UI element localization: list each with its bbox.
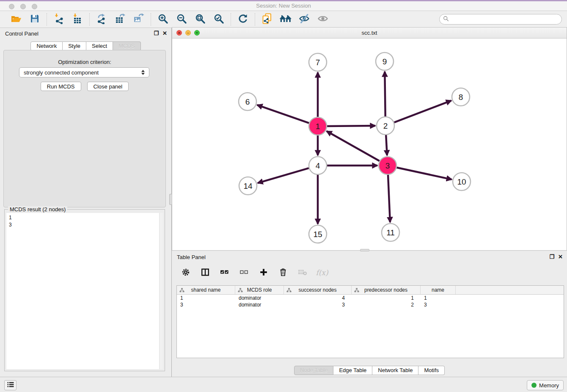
tab-node-table[interactable]: Node Table [294,366,334,375]
result-scrollbar[interactable] [159,213,163,369]
import-table-icon [72,13,83,25]
tab-network[interactable]: Network [30,41,63,51]
app-titlebar: Session: New Session [0,0,567,11]
refresh-layout-icon [237,13,248,25]
edge-2-8[interactable] [394,101,451,123]
network-canvas[interactable]: 7968124314101511 [172,39,567,250]
search-icon [443,16,449,23]
table-cell[interactable]: 1 [352,295,421,301]
edge-2-3[interactable] [386,135,387,155]
column-header-successor-nodes[interactable]: successor nodes [284,286,352,294]
zoom-out-icon [176,13,187,25]
table-cell[interactable]: 4 [284,295,352,301]
node-table: shared nameMCDS rolesuccessor nodesprede… [176,285,564,358]
table-cell[interactable]: 3 [421,301,456,308]
graph-node-1[interactable]: 1 [309,117,327,135]
edge-3-11[interactable] [388,175,390,222]
import-table-button[interactable] [71,13,84,26]
clone-network-button[interactable] [261,13,273,26]
memory-button[interactable]: Memory [527,380,564,390]
table-cell[interactable]: 1 [421,295,456,301]
session-title: Session: New Session [0,3,567,9]
network-window-title: scc.txt [172,30,567,36]
edge-1-6[interactable] [257,105,309,123]
table-cell[interactable]: 3 [284,301,352,308]
svg-text:7: 7 [316,58,320,67]
run-mcds-button[interactable]: Run MCDS [41,82,81,91]
edge-3-10[interactable] [397,168,452,179]
column-header-mcds-role[interactable]: MCDS role [235,286,284,294]
tab-style[interactable]: Style [63,41,86,51]
graph-node-2[interactable]: 2 [377,117,394,135]
graph-node-9[interactable]: 9 [376,52,394,70]
tab-select[interactable]: Select [86,41,113,51]
column-header-predecessor-nodes[interactable]: predecessor nodes [352,286,421,294]
column-header-shared-name[interactable]: shared name [177,286,235,294]
export-network-icon [96,13,107,25]
edge-4-14[interactable] [258,168,309,183]
zoom-out-button[interactable] [175,13,188,26]
graph-node-3[interactable]: 3 [379,157,396,174]
save-session-button[interactable] [28,13,41,26]
zoom-selected-button[interactable] [212,13,225,26]
float-panel-icon[interactable]: ❐ [154,30,159,36]
toolbar-group [47,13,89,26]
mcds-result-text[interactable]: 13 [6,213,159,369]
table-cell[interactable]: 3 [177,301,235,308]
table-cell[interactable]: dominator [235,295,284,301]
export-network-button[interactable] [95,13,108,26]
node-table-body: 1dominator4113dominator323 [177,295,564,308]
panel-menu-button[interactable] [4,380,17,390]
tab-motifs[interactable]: Motifs [418,366,445,375]
close-table-panel-icon[interactable]: ✕ [558,254,563,260]
graph-node-6[interactable]: 6 [239,93,256,110]
edge-2-9[interactable] [385,72,385,116]
export-table-button[interactable] [114,13,127,26]
select-all-button[interactable] [219,267,230,278]
add-row-button[interactable] [258,267,269,278]
search-field[interactable] [439,14,562,25]
table-row[interactable]: 3dominator323 [177,301,564,308]
deselect-all-button[interactable] [239,267,250,278]
hide-selected-button[interactable] [298,13,311,26]
mcds-result-title: MCDS result (2 nodes) [8,206,67,213]
table-cell[interactable]: dominator [235,301,284,308]
column-header-name[interactable]: name [421,286,456,294]
svg-text:9: 9 [383,57,387,66]
float-table-panel-icon[interactable]: ❐ [549,254,554,260]
show-all-button[interactable] [317,13,329,26]
graph-node-10[interactable]: 10 [453,173,471,190]
column-label: MCDS role [247,287,272,293]
delete-row-button[interactable] [278,267,289,278]
hide-selected-icon [299,13,310,25]
edge-1-2[interactable] [327,126,375,126]
import-network-button[interactable] [52,13,65,26]
first-neighbors-button[interactable] [279,13,292,26]
select-all-icon [220,268,230,277]
zoom-fit-button[interactable] [194,13,206,26]
tab-network-table[interactable]: Network Table [372,366,418,375]
tab-mcds[interactable]: MCDS [113,41,140,51]
graph-node-11[interactable]: 11 [382,224,399,241]
columns-button[interactable] [200,267,211,278]
refresh-layout-button[interactable] [237,13,249,26]
export-image-button[interactable] [132,13,145,26]
graph-node-14[interactable]: 14 [239,177,257,195]
edge-3-1[interactable] [327,131,380,161]
graph-node-4[interactable]: 4 [309,157,327,174]
column-label: successor nodes [298,287,336,293]
zoom-in-button[interactable] [157,13,169,26]
graph-node-7[interactable]: 7 [309,53,327,71]
table-cell[interactable]: 1 [177,295,235,301]
table-row[interactable]: 1dominator411 [177,295,564,301]
graph-node-8[interactable]: 8 [452,88,470,106]
open-session-button[interactable] [10,13,22,26]
close-panel-icon[interactable]: ✕ [162,30,167,36]
tab-edge-table[interactable]: Edge Table [333,366,372,375]
search-input[interactable] [451,15,561,24]
gear-button[interactable] [180,267,191,278]
criterion-dropdown[interactable]: strongly connected component [19,67,149,77]
graph-node-15[interactable]: 15 [309,225,327,243]
close-panel-button[interactable]: Close panel [87,82,129,91]
table-cell[interactable]: 2 [352,301,421,308]
